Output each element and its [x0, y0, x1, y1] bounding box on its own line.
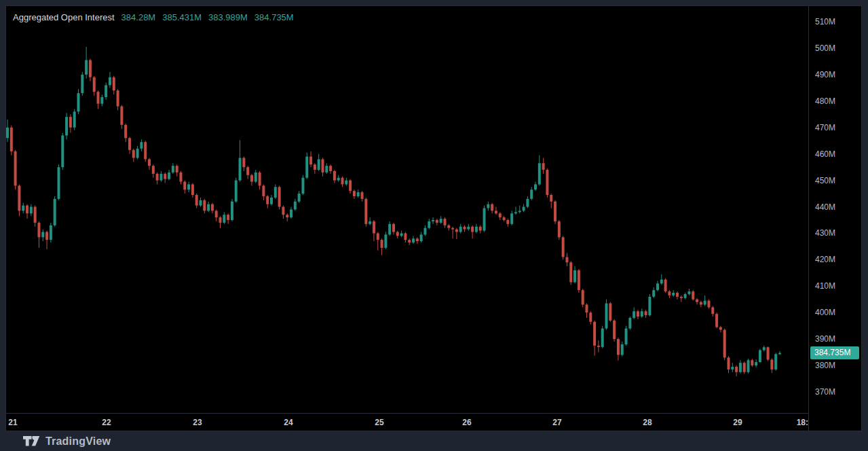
candle — [617, 339, 620, 355]
ohlc-close-value: 384.735M — [254, 12, 294, 22]
candle — [231, 202, 233, 220]
time-axis-label: 18:00 — [797, 418, 808, 427]
price-axis-label: 370M — [815, 387, 835, 397]
candle — [664, 280, 667, 292]
time-axis-label: 21 — [8, 418, 17, 427]
candle — [61, 135, 64, 167]
candle — [54, 199, 56, 226]
candle — [377, 233, 379, 240]
time-axis[interactable]: 21222324252627282918:00 — [6, 414, 808, 432]
candle — [266, 196, 269, 204]
ohlc-low-value: 383.989M — [208, 12, 248, 22]
chart-frame: Aggregated Open Interest 384.28M 385.431… — [5, 5, 862, 431]
candle — [687, 291, 690, 294]
candle — [464, 227, 466, 230]
candlestick-plot[interactable] — [6, 6, 808, 413]
candle — [109, 77, 111, 86]
candle — [759, 350, 761, 363]
candle — [282, 207, 284, 215]
candle — [518, 211, 521, 212]
candle — [668, 291, 671, 295]
candle — [6, 128, 9, 139]
candle — [534, 184, 537, 190]
candle — [242, 158, 245, 167]
candle — [475, 227, 478, 232]
tradingview-brand-text: TradingView — [45, 435, 111, 448]
candle — [270, 198, 273, 204]
price-axis[interactable]: 384.735M 510M500M490M480M470M460M450M440… — [809, 6, 861, 413]
candle — [195, 195, 198, 206]
candle — [609, 304, 611, 321]
candle — [353, 191, 356, 196]
candle — [645, 311, 647, 315]
candle — [199, 200, 202, 206]
price-axis-label: 400M — [815, 308, 835, 317]
time-axis-label: 25 — [375, 418, 383, 427]
candle — [530, 190, 533, 199]
candle — [648, 297, 651, 315]
candle — [148, 159, 151, 166]
candle — [215, 211, 218, 217]
candle — [274, 187, 277, 198]
time-axis-label: 29 — [733, 418, 742, 427]
candle — [778, 353, 781, 355]
candle — [546, 170, 548, 195]
candle — [140, 142, 143, 149]
candle — [676, 293, 679, 297]
candle — [593, 322, 596, 346]
candle — [290, 209, 293, 217]
candle — [278, 187, 281, 206]
candle — [65, 117, 68, 135]
candle — [132, 150, 135, 158]
price-axis-label: 460M — [815, 149, 835, 159]
ohlc-high-value: 385.431M — [162, 12, 202, 22]
tradingview-brand-link[interactable]: TradingView — [23, 435, 111, 448]
candle — [704, 301, 706, 305]
tradingview-chart-page: { "legend": { "title": "Aggregated Open … — [0, 0, 868, 451]
candle — [250, 175, 253, 182]
candle — [731, 367, 734, 369]
time-axis-label: 22 — [102, 418, 111, 427]
candle — [235, 181, 238, 202]
candle — [207, 204, 210, 211]
candle — [219, 217, 222, 223]
price-axis-label: 490M — [815, 70, 835, 79]
candle — [81, 75, 83, 93]
candle — [37, 223, 40, 237]
candle — [254, 173, 257, 182]
candle — [751, 360, 753, 365]
candle — [700, 302, 702, 305]
candle — [172, 166, 174, 173]
candle — [164, 174, 166, 179]
candle — [286, 215, 288, 217]
time-axis-label: 23 — [193, 418, 202, 427]
candle — [69, 117, 72, 128]
candle — [408, 240, 411, 242]
candle — [656, 283, 659, 290]
candle — [451, 228, 454, 230]
candle — [321, 159, 324, 172]
time-axis-label: 28 — [643, 418, 652, 427]
candle — [711, 307, 714, 314]
candle — [605, 304, 608, 329]
candle — [337, 178, 340, 181]
candle — [124, 125, 127, 138]
candle — [105, 85, 107, 97]
candle — [227, 215, 229, 220]
candle — [73, 111, 76, 127]
candle — [384, 234, 387, 247]
series-title: Aggregated Open Interest — [13, 12, 115, 22]
candle — [739, 363, 742, 372]
candle — [341, 178, 344, 185]
chart-legend[interactable]: Aggregated Open Interest 384.28M 385.431… — [13, 12, 294, 22]
current-price-tag: 384.735M — [810, 346, 859, 359]
candle — [203, 200, 206, 211]
candle — [510, 213, 513, 224]
candle — [672, 293, 675, 295]
candle — [159, 174, 162, 181]
candle — [499, 213, 502, 217]
candle — [523, 207, 525, 211]
candle — [526, 199, 529, 207]
candle — [85, 60, 88, 74]
candle — [601, 329, 604, 347]
